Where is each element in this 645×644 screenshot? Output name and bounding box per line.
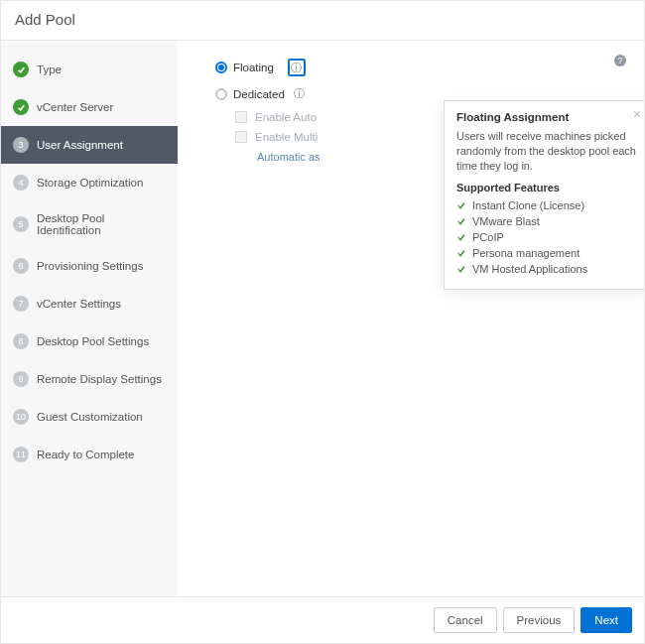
step-guest-customization[interactable]: 10Guest Customization [1,398,178,436]
feature-label: Persona management [472,247,580,259]
step-vcenter-settings[interactable]: 7vCenter Settings [1,285,178,322]
step-label: Storage Optimization [37,177,143,189]
previous-button[interactable]: Previous [503,607,576,633]
close-icon[interactable]: × [633,107,641,121]
feature-item: VM Hosted Applications [456,261,637,277]
feature-item: Persona management [456,245,637,261]
feature-label: PCoIP [472,231,504,243]
step-number-badge: 11 [13,447,29,462]
info-icon-dedicated[interactable]: ⓘ [291,86,309,101]
info-icon-floating[interactable]: ⓘ [288,59,306,76]
step-ready-to-complete[interactable]: 11Ready to Complete [1,436,178,473]
checkbox-enable-multi-label: Enable Multi [255,131,318,143]
feature-item: VMware Blast [456,213,637,229]
check-icon [13,99,29,115]
step-label: vCenter Settings [37,298,121,310]
step-label: User Assignment [37,139,123,151]
step-number-badge: 4 [13,175,29,191]
popover-body: Users will receive machines picked rando… [456,129,637,174]
floating-info-popover: × Floating Assignment Users will receive… [444,100,644,290]
cancel-button[interactable]: Cancel [434,607,497,633]
option-dedicated-label: Dedicated [233,88,285,100]
step-number-badge: 6 [13,258,29,274]
next-button[interactable]: Next [580,607,632,633]
feature-label: Instant Clone (License) [472,199,584,211]
popover-title: Floating Assignment [456,111,637,123]
step-vcenter-server[interactable]: vCenter Server [1,88,178,126]
page-title: Add Pool [15,11,630,28]
option-dedicated-row[interactable]: Dedicated ⓘ [215,86,626,101]
option-floating-row[interactable]: Floating ⓘ [215,59,626,76]
step-label: Type [37,64,62,75]
feature-label: VM Hosted Applications [472,263,587,275]
popover-supported-title: Supported Features [456,182,637,193]
step-label: Desktop Pool Identification [37,212,166,236]
step-desktop-pool-settings[interactable]: 8Desktop Pool Settings [1,322,178,360]
wizard-footer: Cancel Previous Next [1,596,644,643]
feature-label: VMware Blast [472,215,540,227]
step-label: Ready to Complete [37,449,134,460]
step-label: vCenter Server [37,101,113,113]
step-number-badge: 8 [13,333,29,349]
step-remote-display-settings[interactable]: 9Remote Display Settings [1,360,178,398]
radio-floating[interactable] [215,62,227,73]
feature-item: Instant Clone (License) [456,197,637,213]
step-provisioning-settings[interactable]: 6Provisioning Settings [1,247,178,285]
step-desktop-pool-identification[interactable]: 5Desktop Pool Identification [1,201,178,247]
wizard-main: ? Floating ⓘ Dedicated ⓘ Enable Auto [178,41,644,596]
checkbox-enable-auto-label: Enable Auto [255,111,317,123]
step-label: Provisioning Settings [37,260,143,272]
step-storage-optimization[interactable]: 4Storage Optimization [1,164,178,201]
step-number-badge: 9 [13,371,29,387]
wizard-body: TypevCenter Server3User Assignment4Stora… [1,41,644,596]
help-icon[interactable]: ? [614,55,626,66]
step-user-assignment[interactable]: 3User Assignment [1,126,178,164]
step-number-badge: 5 [13,216,29,232]
radio-dedicated[interactable] [215,88,227,100]
step-number-badge: 3 [13,137,29,153]
step-type[interactable]: Type [1,51,178,88]
check-icon [13,62,29,77]
popover-feature-list: Instant Clone (License)VMware BlastPCoIP… [456,197,637,277]
option-floating-label: Floating [233,62,274,73]
wizard-header: Add Pool [1,1,644,41]
step-number-badge: 10 [13,409,29,425]
wizard-steps-sidebar: TypevCenter Server3User Assignment4Stora… [1,41,178,596]
checkbox-enable-multi [235,131,247,143]
feature-item: PCoIP [456,229,637,245]
step-number-badge: 7 [13,296,29,312]
checkbox-enable-auto [235,111,247,123]
wizard-shell: Add Pool TypevCenter Server3User Assignm… [0,0,645,644]
step-label: Remote Display Settings [37,373,162,385]
step-label: Guest Customization [37,411,143,423]
step-label: Desktop Pool Settings [37,335,149,347]
